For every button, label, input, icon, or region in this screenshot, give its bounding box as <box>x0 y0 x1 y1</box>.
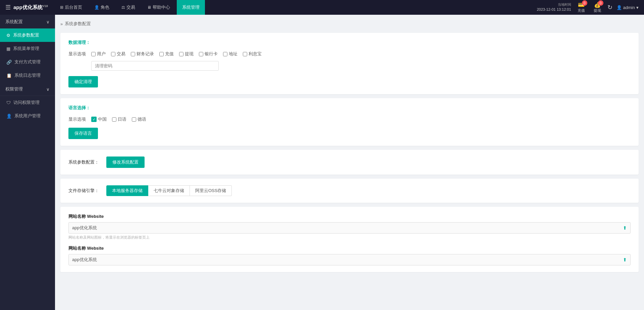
website-config-card: 网站名称 Website app优化系统 ⬆ 网站名称及网站图标，将显示在浏览器… <box>60 207 639 272</box>
checkbox-finance-input[interactable] <box>131 52 135 56</box>
language-options-row: 显示选项 ✓ 中国 日语 德语 <box>68 116 631 122</box>
checkbox-transaction[interactable]: 交易 <box>111 51 125 57</box>
breadcrumb-sep: » <box>60 21 63 26</box>
confirm-clean-button[interactable]: 确定清理 <box>68 76 98 87</box>
recharge-badge: 0 <box>582 0 587 6</box>
checkbox-address[interactable]: 地址 <box>223 51 237 57</box>
upload-icon-2[interactable]: ⬆ <box>623 257 627 262</box>
sys-params-card: 系统参数配置： 修改系统配置 <box>60 150 639 175</box>
checked-icon: ✓ <box>91 117 97 122</box>
datetime-value: 2023-12-01 13:12:01 <box>537 7 571 12</box>
checkbox-recharge-input[interactable] <box>159 52 164 56</box>
checkbox-bankcard-input[interactable] <box>199 52 203 56</box>
save-language-label: 保存语言 <box>74 130 92 136</box>
sidebar-item-sys-menu[interactable]: ▦ 系统菜单管理 <box>0 42 55 55</box>
storage-aliyun-button[interactable]: 阿里云OSS存储 <box>190 185 232 196</box>
sidebar-section-header-permission[interactable]: 权限管理 ∨ <box>0 82 55 96</box>
checkbox-withdraw[interactable]: 提现 <box>179 51 194 57</box>
sidebar-label-sys-users: 系统用户管理 <box>14 113 41 119</box>
language-card: 语言选择： 显示选项 ✓ 中国 日语 德语 <box>60 98 639 146</box>
hamburger-icon[interactable]: ☰ <box>5 4 11 11</box>
data-clean-card: 数据清理： 显示选项 用户 交易 财务记录 <box>60 33 639 94</box>
modify-sys-config-label: 修改系统配置 <box>112 159 139 165</box>
users-icon: 👤 <box>6 114 12 119</box>
nav-item-dashboard[interactable]: ⊞ 后台首页 <box>55 0 88 15</box>
upload-icon-1[interactable]: ⬆ <box>623 225 627 231</box>
checkbox-address-input[interactable] <box>223 52 227 56</box>
lang-chinese-label: 中国 <box>98 116 107 122</box>
withdraw-label: 提现 <box>594 8 601 13</box>
sidebar-section-label-permission: 权限管理 <box>5 86 23 92</box>
data-clean-title: 数据清理： <box>68 40 631 46</box>
save-language-button[interactable]: 保存语言 <box>68 128 98 139</box>
sidebar-item-access-ctrl[interactable]: 🛡 访问权限管理 <box>0 96 55 109</box>
recharge-button[interactable]: 0 💳 充值 <box>575 2 587 13</box>
main-content: » 系统参数配置 数据清理： 显示选项 用户 交易 <box>55 15 644 310</box>
sidebar-item-payment[interactable]: 🔗 支付方式管理 <box>0 55 55 69</box>
storage-local-button[interactable]: 本地服务器存储 <box>106 185 148 196</box>
file-storage-card: 文件存储引擎： 本地服务器存储 七牛云对象存储 阿里云OSS存储 <box>60 179 639 203</box>
checkbox-recharge[interactable]: 充值 <box>159 51 174 57</box>
sidebar-section-permission: 权限管理 ∨ 🛡 访问权限管理 👤 系统用户管理 <box>0 82 55 123</box>
user-icon: 👤 <box>616 5 622 10</box>
website-name-value-2: app优化系统 <box>72 257 623 263</box>
nav-item-transaction[interactable]: ⚖ 交易 <box>116 0 141 15</box>
lang-japanese[interactable]: 日语 <box>112 116 126 122</box>
nav-label-system: 系统管理 <box>182 4 200 10</box>
confirm-clean-row: 确定清理 <box>68 76 631 87</box>
sidebar-section-label-system-config: 系统配置 <box>5 19 23 25</box>
nav-item-help[interactable]: 🖥 帮助中心 <box>142 0 175 15</box>
breadcrumb-current: 系统参数配置 <box>65 21 91 27</box>
website-name-input-2[interactable]: app优化系统 ⬆ <box>68 254 631 265</box>
sidebar: 系统配置 ∨ ⚙ 系统参数配置 ▦ 系统菜单管理 🔗 支付方式管理 📋 系统日志… <box>0 15 55 310</box>
sidebar-section-system-config: 系统配置 ∨ ⚙ 系统参数配置 ▦ 系统菜单管理 🔗 支付方式管理 📋 系统日志… <box>0 15 55 82</box>
modify-sys-config-button[interactable]: 修改系统配置 <box>106 157 145 168</box>
nav-item-role[interactable]: 👤 角色 <box>89 0 115 15</box>
checkbox-bankcard[interactable]: 银行卡 <box>199 51 218 57</box>
lang-german-input[interactable] <box>132 117 136 122</box>
website-name-label-2: 网站名称 Website <box>68 245 631 251</box>
nav-item-system[interactable]: 系统管理 <box>177 0 205 15</box>
recharge-label: 充值 <box>578 8 585 13</box>
lang-chinese[interactable]: ✓ 中国 <box>91 116 107 122</box>
checkbox-transaction-input[interactable] <box>111 52 115 56</box>
checkbox-group: 用户 交易 财务记录 充值 <box>91 51 262 57</box>
nav-menu: ⊞ 后台首页 👤 角色 ⚖ 交易 🖥 帮助中心 系统管理 <box>55 0 537 15</box>
lang-japanese-input[interactable] <box>112 117 116 122</box>
checkbox-interest[interactable]: 利息宝 <box>243 51 262 57</box>
lang-german[interactable]: 德语 <box>132 116 146 122</box>
user-menu[interactable]: 👤 admin ▾ <box>616 5 639 10</box>
role-icon: 👤 <box>94 5 99 10</box>
website-name-field-2: 网站名称 Website app优化系统 ⬆ <box>68 245 631 265</box>
datetime-display: 当地时间 2023-12-01 13:12:01 <box>537 2 571 12</box>
checkbox-interest-input[interactable] <box>243 52 247 56</box>
checkbox-finance[interactable]: 财务记录 <box>131 51 154 57</box>
checkbox-user[interactable]: 用户 <box>91 51 106 57</box>
nav-label-help: 帮助中心 <box>153 4 170 10</box>
sidebar-item-sys-params[interactable]: ⚙ 系统参数配置 <box>0 28 55 42</box>
datetime-label: 当地时间 <box>537 2 571 7</box>
sidebar-label-sys-params: 系统参数配置 <box>13 32 39 38</box>
website-name-input-1[interactable]: app优化系统 ⬆ <box>68 222 631 234</box>
app-version: V18 <box>43 4 48 8</box>
sidebar-label-payment: 支付方式管理 <box>14 59 41 65</box>
top-nav: ☰ app优化系统V18 ⊞ 后台首页 👤 角色 ⚖ 交易 🖥 帮助中心 系统管… <box>0 0 644 15</box>
checkbox-user-label: 用户 <box>97 51 106 57</box>
lang-german-label: 德语 <box>138 116 146 122</box>
sidebar-label-access-ctrl: 访问权限管理 <box>13 100 40 106</box>
storage-aliyun-label: 阿里云OSS存储 <box>195 188 226 193</box>
breadcrumb: » 系统参数配置 <box>60 19 639 29</box>
sidebar-item-syslog[interactable]: 📋 系统日志管理 <box>0 69 55 82</box>
top-nav-right: 当地时间 2023-12-01 13:12:01 0 💳 充值 0 💰 提现 ↻… <box>537 2 639 13</box>
file-storage-title: 文件存储引擎： <box>68 188 99 194</box>
refresh-button[interactable]: ↻ <box>607 4 612 11</box>
checkbox-withdraw-input[interactable] <box>179 52 183 56</box>
sidebar-section-header-system-config[interactable]: 系统配置 ∨ <box>0 15 55 28</box>
checkbox-user-input[interactable] <box>91 52 96 56</box>
password-input[interactable] <box>91 61 219 71</box>
withdraw-button[interactable]: 0 💰 提现 <box>591 2 603 13</box>
chevron-down-icon: ▾ <box>636 5 639 10</box>
sidebar-item-sys-users[interactable]: 👤 系统用户管理 <box>0 109 55 123</box>
storage-qiniu-button[interactable]: 七牛云对象存储 <box>148 185 190 196</box>
language-display-label: 显示选项 <box>68 116 89 122</box>
